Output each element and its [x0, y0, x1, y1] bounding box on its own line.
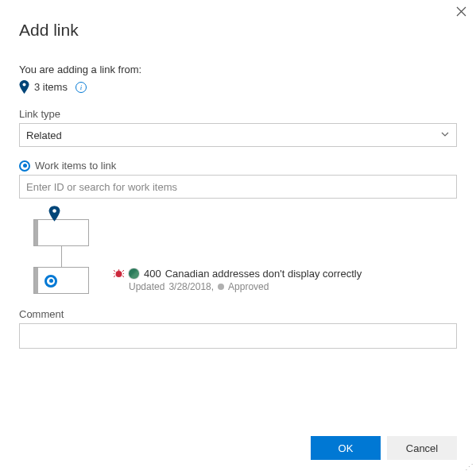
diagram-nodes — [33, 205, 89, 294]
resize-grip-icon[interactable]: ⋰ — [465, 465, 474, 469]
diagram-connector — [61, 246, 62, 267]
link-type-label: Link type — [19, 108, 457, 120]
work-item-title: Canadian addresses don't display correct… — [165, 268, 362, 280]
bug-icon — [113, 268, 124, 280]
diagram-target-node — [33, 267, 89, 294]
work-item-id: 400 — [144, 268, 161, 280]
cancel-button[interactable]: Cancel — [387, 436, 457, 460]
dialog-subtitle: You are adding a link from: — [19, 64, 457, 75]
status-dot-icon — [218, 284, 224, 290]
work-items-label: Work items to link — [35, 160, 116, 172]
pin-icon — [48, 206, 60, 224]
linked-work-item: 400 Canadian addresses don't display cor… — [113, 268, 362, 294]
items-summary: 3 items i — [19, 80, 457, 94]
link-type-value: Related — [26, 129, 62, 141]
chevron-down-icon — [440, 129, 450, 141]
ok-button[interactable]: OK — [311, 436, 381, 460]
svg-point-0 — [23, 83, 26, 87]
target-icon — [19, 160, 30, 172]
updated-prefix: Updated — [129, 281, 164, 292]
dialog-title: Add link — [19, 21, 457, 40]
dialog-footer: OK Cancel — [311, 436, 457, 460]
work-item-state: Approved — [228, 281, 269, 292]
target-icon — [45, 273, 57, 288]
items-count: 3 items — [34, 81, 68, 93]
diagram-source-node — [33, 219, 89, 246]
svg-point-1 — [52, 209, 56, 213]
pin-icon — [19, 80, 29, 94]
comment-input[interactable] — [19, 323, 457, 349]
close-icon[interactable] — [456, 6, 466, 18]
comment-label: Comment — [19, 308, 457, 320]
updated-date: 3/28/2018, — [168, 281, 214, 292]
svg-point-2 — [115, 271, 122, 277]
add-link-dialog: Add link You are adding a link from: 3 i… — [0, 0, 476, 471]
link-type-select[interactable]: Related — [19, 123, 457, 147]
avatar — [128, 268, 140, 280]
work-items-search-input[interactable] — [19, 175, 457, 199]
work-items-label-row: Work items to link — [19, 160, 457, 172]
link-diagram: 400 Canadian addresses don't display cor… — [33, 205, 457, 294]
info-icon[interactable]: i — [75, 82, 87, 93]
